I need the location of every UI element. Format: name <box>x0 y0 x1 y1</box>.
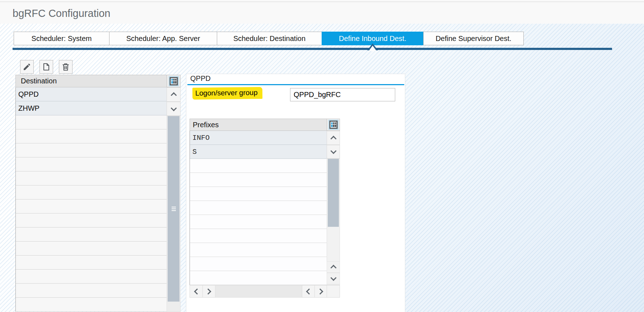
table-row-empty <box>16 171 167 185</box>
title-bar: bgRFC Configuration <box>0 2 644 24</box>
prefixes-hscrollbar-track[interactable] <box>215 285 302 298</box>
prefixes-hscroll-left-button-2[interactable] <box>302 285 315 298</box>
bgrfc-configuration-window: bgRFC Configuration Scheduler: System Sc… <box>0 0 644 312</box>
destination-scroll-down-button[interactable] <box>167 102 181 116</box>
tab-define-supervisor-dest[interactable]: Define Supervisor Dest. <box>423 32 524 45</box>
table-row-empty <box>190 173 327 187</box>
prefixes-table-body: INFOS <box>190 131 327 285</box>
table-row-empty <box>16 185 167 199</box>
table-row-empty <box>16 129 167 143</box>
prefixes-scrollbar-thumb[interactable] <box>328 159 339 227</box>
table-row-empty <box>16 298 167 312</box>
chevron-left-icon <box>306 288 312 294</box>
prefixes-hscroll-right-button-2[interactable] <box>314 285 327 298</box>
destination-table-settings-button[interactable] <box>167 75 181 87</box>
prefixes-hscroll-left-button[interactable] <box>190 285 203 298</box>
new-document-icon <box>42 63 51 71</box>
tab-scheduler-system[interactable]: Scheduler: System <box>14 32 109 45</box>
table-row-empty <box>16 270 167 284</box>
table-row-empty <box>16 199 167 214</box>
chevron-right-icon <box>205 288 211 294</box>
create-button[interactable] <box>39 60 53 74</box>
table-row-empty <box>16 115 167 129</box>
chevron-down-icon <box>330 275 336 281</box>
table-row[interactable]: ZHWP <box>16 101 167 115</box>
table-row-empty <box>16 143 167 157</box>
chevron-right-icon <box>317 288 323 294</box>
prefixes-scroll-up-small-button[interactable] <box>327 261 340 273</box>
detail-panel-title: QPPD <box>190 74 211 83</box>
page-title: bgRFC Configuration <box>13 8 110 19</box>
chevron-down-icon <box>171 105 177 111</box>
chevron-up-icon <box>330 265 336 271</box>
table-row-empty <box>16 242 167 256</box>
annotation-highlight: Logon/server group <box>192 87 263 100</box>
prefixes-scroll-down-small-button[interactable] <box>327 273 340 284</box>
prefixes-scrollbar-corner <box>327 285 340 298</box>
destination-table-body: QPPDZHWP <box>15 87 167 312</box>
pencil-icon <box>23 63 31 71</box>
tab-scheduler-app-server[interactable]: Scheduler: App. Server <box>109 32 217 45</box>
chevron-left-icon <box>194 288 200 294</box>
table-row[interactable]: INFO <box>190 131 327 145</box>
table-row-empty <box>190 215 327 229</box>
tab-underline <box>13 48 612 50</box>
detail-panel-rule <box>187 84 404 85</box>
destination-scrollbar-thumb[interactable] <box>168 116 179 302</box>
table-row-empty <box>190 243 327 257</box>
trash-icon <box>61 63 70 71</box>
chevron-down-icon <box>330 148 336 154</box>
delete-button[interactable] <box>59 60 73 74</box>
destination-table-header: Destination <box>15 75 167 87</box>
prefixes-scroll-down-button[interactable] <box>327 145 340 159</box>
table-row-empty <box>190 271 327 285</box>
chevron-up-icon <box>330 136 336 142</box>
table-row-empty <box>16 228 167 242</box>
destination-scrollbar-track[interactable] <box>167 116 181 312</box>
destination-scroll-up-button[interactable] <box>167 87 181 102</box>
table-settings-icon <box>169 76 179 86</box>
table-row[interactable]: QPPD <box>16 87 167 101</box>
table-row-empty <box>190 201 327 215</box>
chevron-up-icon <box>171 92 177 98</box>
edit-button[interactable] <box>20 60 34 74</box>
prefixes-table-settings-button[interactable] <box>327 119 340 131</box>
table-row-empty <box>190 159 327 173</box>
tab-scheduler-destination[interactable]: Scheduler: Destination <box>217 32 322 45</box>
table-settings-icon <box>328 120 339 130</box>
table-row-empty <box>16 214 167 228</box>
table-row-empty <box>190 187 327 201</box>
table-row-empty <box>16 256 167 270</box>
table-row-empty <box>16 284 167 298</box>
logon-server-group-input[interactable] <box>290 88 395 101</box>
table-row-empty <box>190 257 327 271</box>
table-row[interactable]: S <box>190 145 327 159</box>
prefixes-scroll-up-button[interactable] <box>327 131 340 145</box>
prefixes-table-header: Prefixes <box>190 119 327 131</box>
scrollbar-grip-icon <box>172 207 176 211</box>
prefixes-hscroll-right-button[interactable] <box>202 285 215 298</box>
logon-server-group-label: Logon/server group <box>192 87 262 99</box>
table-row-empty <box>16 157 167 171</box>
table-row-empty <box>190 229 327 243</box>
